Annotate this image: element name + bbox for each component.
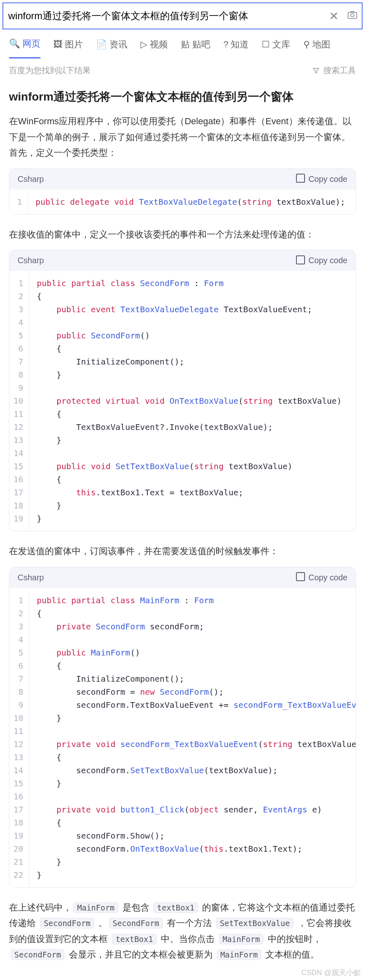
tab-label: 贴吧 bbox=[192, 38, 210, 51]
wenku-icon: ☐ bbox=[262, 39, 270, 50]
code-lang: Csharp bbox=[18, 573, 44, 582]
code-block: Csharp Copy code 1 public delegate void … bbox=[9, 168, 356, 215]
copy-label: Copy code bbox=[308, 175, 347, 184]
search-icon: 🔍 bbox=[9, 38, 20, 49]
tab-wenku[interactable]: ☐文库 bbox=[262, 38, 290, 58]
code-source[interactable]: public partial class SecondForm : Form {… bbox=[29, 271, 356, 531]
search-input[interactable] bbox=[3, 3, 324, 29]
tab-tieba[interactable]: 贴贴吧 bbox=[181, 38, 210, 58]
code-block: Csharp Copy code 12345678910111213141516… bbox=[9, 567, 356, 888]
copy-button[interactable]: Copy code bbox=[298, 175, 347, 184]
tab-label: 资讯 bbox=[109, 38, 127, 51]
inline-code: SecondForm bbox=[109, 918, 163, 929]
paragraph: 在WinForms应用程序中，你可以使用委托（Delegate）和事件（Even… bbox=[9, 114, 356, 161]
tab-map[interactable]: ⚲地图 bbox=[303, 38, 330, 58]
tab-label: 图片 bbox=[65, 38, 83, 51]
code-block: Csharp Copy code 12345678910111213141516… bbox=[9, 250, 356, 531]
copy-icon bbox=[298, 257, 305, 264]
code-lang: Csharp bbox=[18, 256, 44, 265]
tab-news[interactable]: 📄资讯 bbox=[96, 38, 127, 58]
search-tools[interactable]: 搜索工具 bbox=[312, 65, 356, 76]
clear-icon[interactable]: ✕ bbox=[324, 9, 343, 23]
tools-label: 搜索工具 bbox=[323, 65, 356, 76]
line-gutter: 1 bbox=[9, 190, 28, 214]
tab-label: 地图 bbox=[312, 38, 330, 51]
tab-web[interactable]: 🔍网页 bbox=[9, 38, 40, 58]
svg-point-1 bbox=[351, 13, 354, 17]
paragraph: 在接收值的窗体中，定义一个接收该委托的事件和一个方法来处理传递的值： bbox=[9, 227, 356, 243]
inline-code: SecondForm bbox=[40, 918, 94, 929]
video-icon: ▷ bbox=[140, 39, 147, 50]
copy-label: Copy code bbox=[308, 256, 347, 265]
tab-label: 网页 bbox=[22, 38, 40, 50]
copy-icon bbox=[298, 175, 305, 183]
inline-code: SetTextBoxValue bbox=[216, 918, 294, 929]
zhidao-icon: ? bbox=[223, 39, 228, 50]
news-icon: 📄 bbox=[96, 39, 107, 50]
copy-label: Copy code bbox=[308, 573, 347, 582]
tab-image[interactable]: 🖼图片 bbox=[53, 38, 83, 58]
tabs: 🔍网页 🖼图片 📄资讯 ▷视频 贴贴吧 ?知道 ☐文库 ⚲地图 bbox=[0, 29, 365, 58]
paragraph: 在发送值的窗体中，订阅该事件，并在需要发送值的时候触发事件： bbox=[9, 544, 356, 559]
sub-bar: 百度为您找到以下结果 搜索工具 bbox=[0, 58, 365, 86]
copy-button[interactable]: Copy code bbox=[298, 256, 347, 265]
copy-icon bbox=[298, 574, 305, 581]
paragraph: 在上述代码中，MainForm 是包含 textBox1 的窗体，它将这个文本框… bbox=[9, 900, 356, 963]
tab-video[interactable]: ▷视频 bbox=[140, 38, 168, 58]
tab-zhidao[interactable]: ?知道 bbox=[223, 38, 249, 58]
inline-code: textBox1 bbox=[154, 902, 198, 913]
code-source[interactable]: public partial class MainForm : Form { p… bbox=[29, 588, 356, 887]
camera-icon[interactable] bbox=[343, 9, 362, 23]
line-gutter: 12345678910111213141516171819202122 bbox=[9, 588, 29, 887]
result-info: 百度为您找到以下结果 bbox=[9, 65, 91, 76]
watermark: CSDN @观天小蚁 bbox=[301, 968, 361, 970]
filter-icon bbox=[312, 67, 320, 75]
copy-button[interactable]: Copy code bbox=[298, 573, 347, 582]
inline-code: SecondForm bbox=[11, 949, 65, 960]
line-gutter: 12345678910111213141516171819 bbox=[9, 271, 29, 531]
inline-code: MainForm bbox=[219, 934, 264, 944]
tab-label: 视频 bbox=[150, 38, 168, 51]
inline-code: MainForm bbox=[73, 902, 118, 913]
image-icon: 🖼 bbox=[53, 39, 62, 50]
code-source[interactable]: public delegate void TextBoxValueDelegat… bbox=[28, 190, 356, 214]
tieba-icon: 贴 bbox=[181, 38, 190, 51]
search-bar: ✕ bbox=[2, 2, 363, 29]
content: winform通过委托将一个窗体文本框的值传到另一个窗体 在WinForms应用… bbox=[0, 88, 365, 963]
code-lang: Csharp bbox=[18, 175, 44, 184]
tab-label: 文库 bbox=[272, 38, 290, 51]
page-title: winform通过委托将一个窗体文本框的值传到另一个窗体 bbox=[9, 88, 356, 105]
map-icon: ⚲ bbox=[303, 39, 310, 50]
tab-label: 知道 bbox=[231, 38, 249, 51]
inline-code: MainForm bbox=[217, 949, 262, 960]
inline-code: textBox1 bbox=[112, 934, 157, 944]
